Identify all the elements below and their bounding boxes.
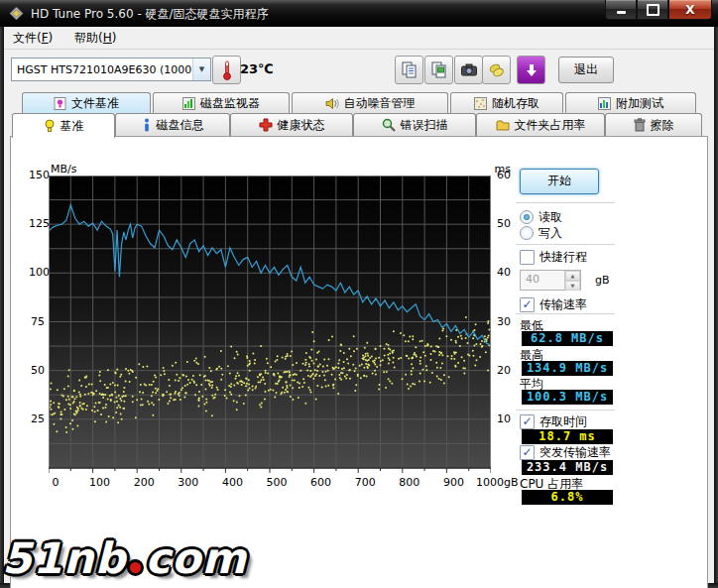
screenshot-button[interactable] — [454, 56, 483, 84]
x-axis-tick: 100 — [78, 476, 122, 489]
benchmark-chart: MB/s ms 15012510075502560504030201001002… — [29, 163, 517, 510]
spinner-value: 40 — [521, 271, 564, 290]
spinner-down-icon[interactable]: ▼ — [565, 281, 580, 291]
x-axis-tick: 400 — [210, 476, 254, 489]
maximize-icon — [647, 4, 659, 16]
folder-icon — [496, 119, 510, 131]
inner-tab-strip: 基准 磁盘信息 健康状态 错误扫描 文件夹占用率 擦除 — [10, 113, 708, 136]
speaker-icon — [325, 97, 339, 110]
spinner-up-icon[interactable]: ▲ — [565, 271, 580, 281]
minimize-button[interactable] — [605, 0, 637, 20]
file-benchmark-icon — [54, 97, 66, 110]
drive-select-value: HGST HTS721010A9E630 (1000 gB) — [12, 63, 192, 76]
maximize-button[interactable] — [637, 0, 668, 20]
watermark-dot-icon — [130, 562, 141, 573]
access-time-checkbox[interactable]: ✓ 存取时间 — [520, 414, 587, 428]
menu-bar: 文件(F) 帮助(H) — [4, 27, 714, 50]
start-button[interactable]: 开始 — [520, 169, 599, 194]
right-axis-tick: 40 — [497, 266, 511, 279]
copy-text-button[interactable] — [395, 56, 423, 84]
left-axis-tick: 150 — [29, 169, 45, 181]
min-value: 62.8 MB/s — [522, 331, 613, 346]
app-icon — [9, 6, 24, 21]
temperature-value: 23℃ — [240, 61, 274, 76]
x-axis-tick: 500 — [255, 476, 299, 489]
chevron-down-icon: ▼ — [192, 59, 210, 80]
close-icon: X — [685, 3, 694, 17]
tab-health[interactable]: 健康状态 — [230, 113, 353, 136]
x-axis-tick: 0 — [34, 476, 77, 489]
right-axis-tick: 60 — [497, 169, 511, 181]
left-axis-tick: 125 — [29, 217, 45, 230]
write-radio[interactable]: 写入 — [520, 226, 562, 240]
checkbox-checked-icon: ✓ — [520, 445, 535, 460]
right-axis-tick: 50 — [497, 217, 511, 230]
menu-help[interactable]: 帮助(H) — [65, 27, 125, 50]
tab-folder-usage[interactable]: 文件夹占用率 — [476, 113, 605, 136]
plot-area — [49, 176, 491, 477]
drive-select[interactable]: HGST HTS721010A9E630 (1000 gB) ▼ — [11, 58, 211, 81]
avg-value: 100.3 MB/s — [522, 390, 613, 405]
tab-benchmark[interactable]: 基准 — [12, 113, 115, 138]
donate-icon — [488, 61, 506, 79]
x-axis-tick: 800 — [388, 476, 431, 489]
tab-aam[interactable]: 自动噪音管理 — [292, 92, 448, 113]
minimize-icon — [617, 11, 626, 14]
donate-button[interactable] — [482, 56, 511, 84]
x-axis-tick: 300 — [167, 476, 210, 489]
burst-rate-value: 233.4 MB/s — [522, 460, 613, 475]
camera-icon — [460, 61, 478, 79]
tab-erase[interactable]: 擦除 — [605, 113, 702, 136]
tab-disk-info[interactable]: 磁盘信息 — [115, 113, 230, 136]
read-radio[interactable]: 读取 — [520, 210, 562, 224]
menu-file[interactable]: 文件(F) — [4, 27, 61, 50]
exit-button[interactable]: 退出 — [558, 57, 614, 83]
x-axis-tick: 1000gB — [476, 476, 520, 489]
tab-disk-monitor[interactable]: 磁盘监视器 — [153, 92, 290, 113]
tab-file-benchmark[interactable]: 文件基准 — [22, 92, 151, 113]
spinner-unit: gB — [595, 274, 610, 287]
max-value: 134.9 MB/s — [522, 361, 613, 376]
toolbar: HGST HTS721010A9E630 (1000 gB) ▼ 23℃ — [4, 50, 714, 89]
access-time-value: 18.7 ms — [522, 429, 613, 444]
tab-error-scan[interactable]: 错误扫描 — [353, 113, 476, 136]
tab-extra-tests[interactable]: 附加测试 — [565, 92, 696, 113]
benchmark-page: MB/s ms 15012510075502560504030201001002… — [10, 136, 708, 588]
short-stroke-spinner[interactable]: 40 ▲▼ — [520, 270, 581, 291]
left-axis-tick: 75 — [29, 315, 45, 328]
right-axis-tick: 10 — [497, 412, 511, 425]
watermark: 51nbcom — [2, 533, 247, 583]
outer-tab-strip: 文件基准 磁盘监视器 自动噪音管理 随机存取 附加测试 — [4, 92, 714, 113]
info-icon — [142, 118, 152, 132]
checkbox-checked-icon: ✓ — [520, 297, 535, 312]
burst-rate-checkbox[interactable]: ✓ 突发传输速率 — [520, 445, 611, 459]
magnifier-icon — [382, 118, 396, 132]
radio-unselected-icon — [520, 226, 534, 240]
temperature-button[interactable] — [212, 56, 241, 84]
checkbox-checked-icon: ✓ — [520, 414, 535, 429]
tab-random-access[interactable]: 随机存取 — [450, 92, 563, 113]
random-access-icon — [474, 97, 487, 110]
close-button[interactable]: X — [668, 0, 712, 20]
window-body: 文件(F) 帮助(H) HGST HTS721010A9E630 (1000 g… — [4, 27, 714, 583]
left-axis-tick: 50 — [29, 364, 45, 377]
transfer-rate-checkbox[interactable]: ✓ 传输速率 — [520, 297, 587, 311]
extra-tests-icon — [598, 97, 611, 110]
short-stroke-checkbox[interactable]: 快捷行程 — [520, 250, 587, 264]
checkbox-unchecked-icon — [520, 250, 535, 265]
right-axis-tick: 30 — [497, 315, 511, 328]
window-border-right — [714, 27, 718, 588]
trash-icon — [634, 118, 646, 132]
copy-image-button[interactable] — [424, 56, 453, 84]
left-axis-unit: MB/s — [51, 163, 76, 176]
benchmark-bulb-icon — [44, 119, 56, 133]
thermometer-icon — [222, 60, 232, 80]
x-axis-tick: 600 — [299, 476, 343, 489]
x-axis-tick: 700 — [343, 476, 387, 489]
cpu-value: 6.8% — [522, 490, 613, 505]
left-axis-tick: 25 — [29, 412, 45, 425]
update-button[interactable] — [517, 56, 545, 84]
window-title: HD Tune Pro 5.60 - 硬盘/固态硬盘实用程序 — [31, 6, 269, 23]
disk-monitor-icon — [182, 97, 195, 110]
health-cross-icon — [259, 118, 273, 132]
